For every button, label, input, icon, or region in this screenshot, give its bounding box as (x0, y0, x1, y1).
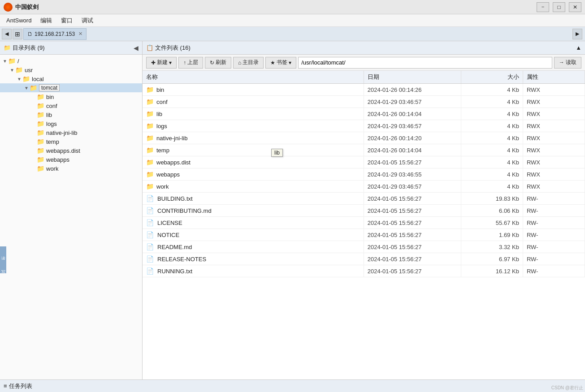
minimize-button[interactable]: － (537, 2, 549, 12)
bookmark-icon: ★ (270, 60, 275, 66)
app-icon (4, 3, 13, 12)
menu-debug[interactable]: 调试 (77, 15, 98, 26)
new-dropdown-arrow: ▾ (169, 60, 172, 66)
up-button[interactable]: ↑ 上层 (178, 57, 203, 69)
table-row[interactable]: 📄 RUNNING.txt 2024-01-05 15:56:27 16.12 … (143, 265, 585, 277)
file-name[interactable]: BUILDING.txt (157, 195, 193, 202)
folder-icon-bin: 📁 (37, 93, 44, 100)
cell-date: 2024-01-26 00:14:04 (364, 108, 461, 120)
tree-item-temp[interactable]: 📁 temp (0, 137, 142, 146)
new-button[interactable]: ✚ 新建 ▾ (146, 57, 177, 69)
table-row[interactable]: 📁 work 2024-01-29 03:46:57 4 Kb RWX (143, 181, 585, 193)
tree-item-native-jni-lib[interactable]: 📁 native-jni-lib (0, 128, 142, 137)
tree-item-local[interactable]: ▼ 📁 local (0, 74, 142, 83)
tree-label-webapps: webapps (46, 156, 69, 163)
expand-icon-webapps-dist (30, 148, 37, 153)
cell-date: 2024-01-05 15:56:27 (364, 229, 461, 241)
tree-item-webapps[interactable]: 📁 webapps (0, 155, 142, 164)
table-row[interactable]: 📄 CONTRIBUTING.md 2024-01-05 15:56:27 6.… (143, 205, 585, 217)
task-list-label: 任务列表 (9, 382, 32, 390)
table-row[interactable]: 📁 temp 2024-01-26 00:14:04 4 Kb RWX (143, 144, 585, 156)
file-name[interactable]: conf (156, 99, 168, 105)
file-name[interactable]: README.md (157, 244, 192, 250)
file-icon: 📄 (146, 207, 154, 214)
right-panel: 📋 文件列表 (16) ▲ ✚ 新建 ▾ ↑ 上层 ↻ 刷新 ⌂ 主目录 (143, 41, 585, 379)
tree-item-conf[interactable]: 📁 conf (0, 101, 142, 110)
path-input[interactable] (298, 57, 552, 69)
table-row[interactable]: 📁 bin 2024-01-26 00:14:26 4 Kb RWX (143, 84, 585, 96)
window-controls: － □ ✕ (537, 2, 581, 12)
left-panel-collapse-button[interactable]: ◀ (134, 44, 139, 52)
close-button[interactable]: ✕ (569, 2, 581, 12)
file-name[interactable]: native-jni-lib (156, 135, 187, 142)
file-name[interactable]: RELEASE-NOTES (157, 256, 206, 263)
folder-icon: 📁 (146, 86, 154, 93)
table-row[interactable]: 📁 native-jni-lib 2024-01-26 00:14:20 4 K… (143, 132, 585, 144)
expand-icon-webapps (30, 157, 37, 162)
tree-item-webapps-dist[interactable]: 📁 webapps.dist (0, 146, 142, 155)
refresh-button[interactable]: ↻ 刷新 (205, 57, 231, 69)
cell-attr: RWX (523, 120, 585, 132)
cell-size: 4 Kb (461, 156, 523, 168)
home-button[interactable]: ⌂ 主目录 (233, 57, 264, 69)
table-row[interactable]: 📄 NOTICE 2024-01-05 15:56:27 1.69 Kb RW- (143, 229, 585, 241)
table-row[interactable]: 📁 webapps 2024-01-29 03:46:55 4 Kb RWX (143, 168, 585, 181)
tree-item-tomcat[interactable]: ▼ 📁 tomcat (0, 83, 142, 92)
cell-attr: RW- (523, 265, 585, 277)
bookmark-button[interactable]: ★ 书签 ▾ (265, 57, 296, 69)
table-row[interactable]: 📄 RELEASE-NOTES 2024-01-05 15:56:27 6.97… (143, 253, 585, 265)
cell-name: 📁 logs (143, 120, 364, 132)
file-name[interactable]: lib (156, 111, 162, 117)
file-name[interactable]: work (156, 183, 169, 190)
cell-size: 4 Kb (461, 168, 523, 181)
file-name[interactable]: temp (156, 147, 169, 154)
maximize-button[interactable]: □ (553, 2, 565, 12)
folder-icon: 📁 (146, 159, 154, 166)
tab-prev-button[interactable]: ◀ (2, 29, 12, 39)
file-name[interactable]: webapps.dist (156, 159, 191, 166)
tab-item[interactable]: 🗋 192.168.217.153 ✕ (23, 28, 87, 40)
file-panel-header: 📋 文件列表 (16) ▲ (143, 41, 585, 55)
file-name[interactable]: CONTRIBUTING.md (157, 207, 212, 214)
folder-icon: 📁 (146, 110, 154, 117)
table-row[interactable]: 📁 webapps.dist 2024-01-05 15:56:27 4 Kb … (143, 156, 585, 168)
file-name[interactable]: RUNNING.txt (157, 268, 192, 275)
tab-next-button[interactable]: ▶ (572, 29, 582, 39)
tab-file-icon: 🗋 (27, 31, 33, 37)
file-name[interactable]: bin (156, 86, 164, 93)
menu-antsword[interactable]: AntSword (2, 15, 36, 26)
tree-item-work[interactable]: 📁 work (0, 164, 142, 173)
file-name[interactable]: logs (156, 123, 167, 129)
table-row[interactable]: 📁 lib 2024-01-26 00:14:04 4 Kb RWX (143, 108, 585, 120)
cell-attr: RWX (523, 168, 585, 181)
tree-item-usr[interactable]: ▼ 📁 usr (0, 65, 142, 74)
folder-icon-work: 📁 (37, 165, 44, 172)
folder-icon-local: 📁 (22, 75, 30, 82)
cell-name: 📄 NOTICE (143, 229, 364, 241)
table-row[interactable]: 📄 BUILDING.txt 2024-01-05 15:56:27 19.83… (143, 193, 585, 205)
cell-attr: RW- (523, 229, 585, 241)
tab-close-button[interactable]: ✕ (78, 31, 82, 37)
tree-item-lib[interactable]: 📁 lib (0, 110, 142, 119)
file-name[interactable]: webapps (156, 171, 180, 178)
tree-item-logs[interactable]: 📁 logs (0, 119, 142, 128)
table-row[interactable]: 📄 LICENSE 2024-01-05 15:56:27 55.67 Kb R… (143, 217, 585, 229)
tree-item-bin[interactable]: 📁 bin (0, 92, 142, 101)
file-panel-collapse-button[interactable]: ▲ (576, 44, 581, 51)
read-button[interactable]: → 读取 (554, 57, 581, 69)
file-name[interactable]: NOTICE (157, 232, 179, 238)
table-row[interactable]: 📁 conf 2024-01-29 03:46:57 4 Kb RWX (143, 96, 585, 108)
table-row[interactable]: 📁 logs 2024-01-29 03:46:57 4 Kb RWX (143, 120, 585, 132)
tree-item-root[interactable]: ▼ 📁 / (0, 56, 142, 65)
tree-label-native: native-jni-lib (46, 129, 77, 136)
side-label-2: 写 (0, 260, 6, 273)
menu-window[interactable]: 窗口 (56, 15, 77, 26)
tab-grid-button[interactable]: ⊞ (13, 29, 22, 39)
cell-size: 55.67 Kb (461, 217, 523, 229)
cell-name: 📁 work (143, 181, 364, 193)
file-name[interactable]: LICENSE (157, 220, 182, 226)
cell-name: 📁 conf (143, 96, 364, 108)
table-row[interactable]: 📄 README.md 2024-01-05 15:56:27 3.32 Kb … (143, 241, 585, 253)
folder-icon-webapps-dist: 📁 (37, 147, 44, 154)
menu-edit[interactable]: 编辑 (36, 15, 56, 26)
